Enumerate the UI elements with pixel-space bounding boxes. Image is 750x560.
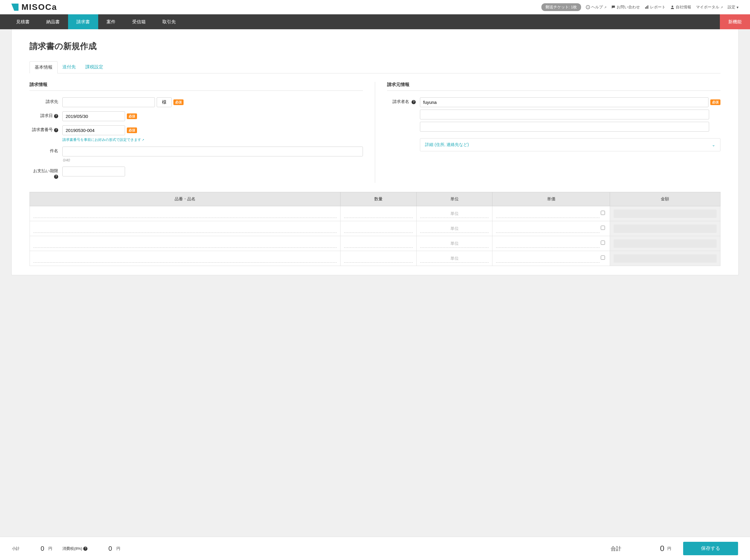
external-link-icon: ↗ [721,6,723,9]
billing-section-title: 請求情報 [29,82,363,91]
table-row [30,236,721,251]
price-input[interactable] [496,254,599,263]
svg-point-5 [671,6,673,7]
label-subject: 件名 [29,146,62,154]
billing-column: 請求情報 請求先 必須 請求日? 必須 請求書番号? [29,82,363,183]
caret-down-icon: ▾ [736,5,739,9]
help-icon[interactable]: ? [54,175,58,179]
row-bill-to: 請求先 必須 [29,97,363,107]
bill-to-input[interactable] [62,97,155,107]
tab-tax[interactable]: 課税設定 [81,61,108,74]
chart-icon [645,5,649,9]
sender-extra-input-2[interactable] [420,122,709,132]
svg-text:?: ? [587,6,589,9]
nav-estimate[interactable]: 見積書 [8,14,38,29]
required-badge: 必須 [127,127,137,133]
nav-client[interactable]: 取引先 [154,14,184,29]
row-detail-expand: 詳細 (住所, 連絡先など) ⌄ [387,136,721,151]
detail-expand-button[interactable]: 詳細 (住所, 連絡先など) ⌄ [420,138,721,151]
item-name-input[interactable] [34,209,337,218]
unit-input[interactable] [420,209,489,218]
label-bill-to: 請求先 [29,97,62,104]
table-row [30,251,721,266]
logo[interactable]: MISOCa [11,2,57,12]
label-invoice-no: 請求書番号? [29,125,62,133]
column-divider [375,82,375,183]
qty-input[interactable] [344,239,413,248]
required-badge: 必須 [127,114,137,119]
unit-input[interactable] [420,224,489,233]
qty-input[interactable] [344,254,413,263]
user-icon [670,5,674,9]
due-date-input[interactable] [62,166,125,176]
price-input[interactable] [496,224,599,233]
external-link-icon: ↗ [604,6,606,9]
subject-counter: 0/40 [63,158,70,162]
page: 請求書の新規作成 基本情報 送付先 課税設定 請求情報 請求先 必須 請求日? … [11,29,739,275]
label-sender-name: 請求者名 ? [387,97,420,104]
subject-input[interactable] [62,146,363,156]
bill-date-input[interactable] [62,111,125,121]
page-title: 請求書の新規作成 [12,29,738,61]
table-row [30,221,721,236]
item-name-input[interactable] [34,224,337,233]
th-price: 単価 [492,192,610,206]
amount-display [614,209,716,218]
item-name-input[interactable] [34,239,337,248]
logo-text: MISOCa [21,2,57,12]
price-checkbox[interactable] [601,256,605,260]
required-badge: 必須 [174,99,184,105]
settings-link[interactable]: 設定 ▾ [728,4,739,10]
sender-name-input[interactable] [420,97,709,107]
sender-column: 請求元情報 請求者名 ? 必須 詳細 (住所, 連絡先など) [387,82,721,183]
invoice-no-hint-link[interactable]: 請求書番号を事前にお好みの形式で設定できます ↗ [62,137,144,142]
svg-rect-3 [646,6,647,9]
tabs: 基本情報 送付先 課税設定 [29,61,721,74]
navbar: 見積書 納品書 請求書 案件 受信箱 取引先 新機能 [0,14,750,29]
qty-input[interactable] [344,224,413,233]
th-amount: 金額 [610,192,720,206]
th-unit: 単位 [416,192,492,206]
price-input[interactable] [496,209,599,218]
nav-new-feature[interactable]: 新機能 [720,14,750,29]
amount-display [614,254,716,263]
ticket-badge[interactable]: 郵送チケット: 1枚 [541,3,581,11]
nav-delivery[interactable]: 納品書 [38,14,68,29]
label-bill-date: 請求日? [29,111,62,119]
external-link-icon: ↗ [142,138,144,141]
help-icon[interactable]: ? [54,128,58,132]
unit-input[interactable] [420,254,489,263]
portal-link[interactable]: マイポータル ↗ [696,4,723,10]
item-name-input[interactable] [34,254,337,263]
tab-destination[interactable]: 送付先 [58,61,81,74]
th-item: 品番・品名 [30,192,341,206]
unit-input[interactable] [420,239,489,248]
price-checkbox[interactable] [601,241,605,245]
help-icon: ? [586,5,590,9]
invoice-no-input[interactable] [62,125,125,135]
company-link[interactable]: 自社情報 [670,4,691,10]
row-sender-name: 請求者名 ? 必須 [387,97,721,132]
topbar-right: 郵送チケット: 1枚 ? ヘルプ ↗ お問い合わせ レポート 自社情報 マイポー… [541,3,739,11]
qty-input[interactable] [344,209,413,218]
nav-invoice[interactable]: 請求書 [68,14,98,29]
table-row [30,206,721,221]
report-link[interactable]: レポート [645,4,666,10]
logo-mark-icon [11,4,19,11]
sender-extra-input-1[interactable] [420,109,709,119]
honorific-input[interactable] [157,97,171,107]
svg-rect-2 [645,7,646,9]
row-subject: 件名 0/40 [29,146,363,162]
help-icon[interactable]: ? [54,114,58,118]
row-invoice-no: 請求書番号? 必須 請求書番号を事前にお好みの形式で設定できます ↗ [29,125,363,142]
contact-link[interactable]: お問い合わせ [611,4,640,10]
help-icon[interactable]: ? [411,100,416,104]
price-input[interactable] [496,239,599,248]
price-checkbox[interactable] [601,211,605,215]
nav-inbox[interactable]: 受信箱 [124,14,154,29]
price-checkbox[interactable] [601,226,605,230]
tab-basic[interactable]: 基本情報 [29,61,58,74]
topbar: MISOCa 郵送チケット: 1枚 ? ヘルプ ↗ お問い合わせ レポート 自社… [0,0,750,14]
help-link[interactable]: ? ヘルプ ↗ [586,4,606,10]
nav-project[interactable]: 案件 [98,14,124,29]
